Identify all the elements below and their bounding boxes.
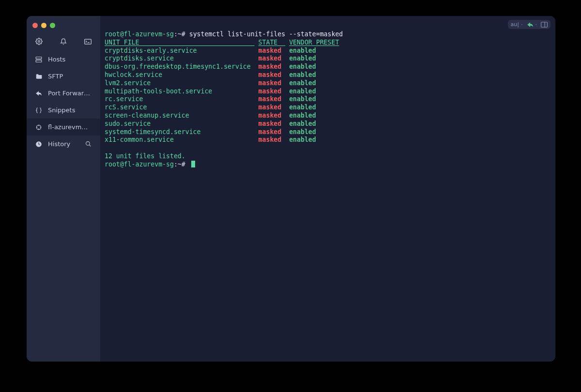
terminal-icon[interactable] xyxy=(84,39,92,45)
folder-icon xyxy=(35,73,42,80)
svg-point-0 xyxy=(38,41,40,43)
search-icon[interactable] xyxy=(85,141,92,148)
window-controls xyxy=(27,20,100,35)
terminal-pane[interactable]: au|· · root@fl-azurevm-sg:~# systemctl l… xyxy=(100,16,555,362)
sidebar-top-icons xyxy=(27,35,100,51)
sidebar-item-label: SFTP xyxy=(48,73,92,80)
sidebar-item-sftp[interactable]: SFTP xyxy=(27,68,100,85)
server-icon xyxy=(35,56,42,63)
circle-icon xyxy=(35,124,42,131)
sidebar-item-history[interactable]: History xyxy=(27,136,100,152)
sidebar-item-session[interactable]: fl-azurevm… xyxy=(27,119,100,136)
topbar-tag[interactable]: au|· xyxy=(511,21,523,28)
zoom-dot[interactable] xyxy=(50,23,55,28)
sidebar-item-label: Snippets xyxy=(48,106,92,114)
svg-rect-1 xyxy=(85,39,92,44)
gear-icon[interactable] xyxy=(35,38,43,45)
sidebar-item-label: Port Forwarding xyxy=(48,90,92,97)
bell-icon[interactable] xyxy=(60,38,67,45)
app-window: Hosts SFTP Port Forwarding Snippets fl-a xyxy=(27,16,555,362)
share-icon[interactable]: · xyxy=(527,21,537,28)
close-dot[interactable] xyxy=(32,23,38,28)
minimize-dot[interactable] xyxy=(41,23,46,28)
svg-point-8 xyxy=(86,142,90,146)
sidebar-item-label: fl-azurevm… xyxy=(48,123,92,131)
svg-line-9 xyxy=(89,145,91,146)
topbar-controls: au|· · xyxy=(508,20,550,29)
share-icon xyxy=(35,90,42,97)
svg-rect-10 xyxy=(541,22,548,27)
sidebar-item-port-forwarding[interactable]: Port Forwarding xyxy=(27,85,100,102)
braces-icon xyxy=(35,107,42,114)
sidebar-item-label: History xyxy=(48,140,79,148)
split-icon[interactable] xyxy=(541,22,548,28)
sidebar: Hosts SFTP Port Forwarding Snippets fl-a xyxy=(27,16,100,362)
svg-rect-2 xyxy=(36,57,42,59)
terminal-output: root@fl-azurevm-sg:~# systemctl list-uni… xyxy=(105,16,549,169)
sidebar-item-snippets[interactable]: Snippets xyxy=(27,102,100,119)
svg-rect-3 xyxy=(36,60,42,62)
sidebar-item-label: Hosts xyxy=(48,56,92,63)
sidebar-item-hosts[interactable]: Hosts xyxy=(27,51,100,68)
clock-icon xyxy=(35,141,42,148)
